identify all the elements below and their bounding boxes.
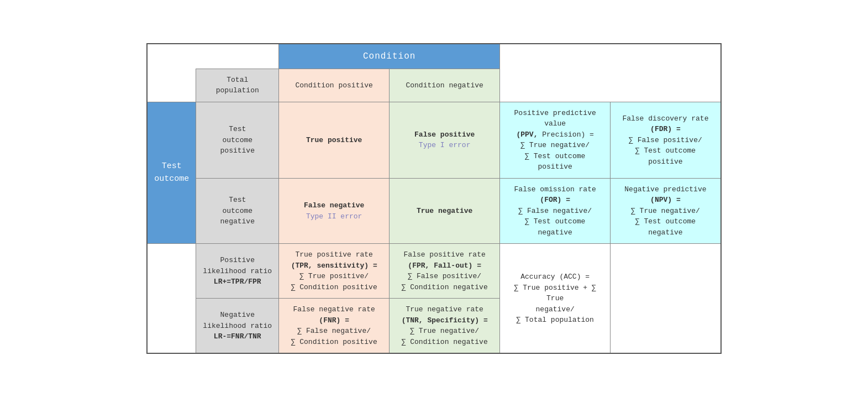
tpr-bold: (TPR, sensitivity) =	[291, 262, 377, 270]
plr-label: Positive likelihood ratio	[203, 256, 272, 275]
total-population-cell: Total population	[196, 69, 279, 102]
test-outcome-positive-cell: Test outcome positive	[196, 102, 279, 178]
tnr-formula: ∑ True negative/ ∑ Condition negative	[402, 327, 488, 346]
false-negative-cell: False negative Type II error	[279, 178, 390, 244]
ppv-bold: (PPV,	[516, 130, 538, 139]
confusion-matrix-table: Condition Total population Condition pos…	[146, 43, 721, 354]
test-outcome-side-header: Test outcome	[147, 102, 196, 244]
fnr-formula: ∑ False negative/ ∑ Condition positive	[291, 327, 377, 346]
fnr-label: False negative rate	[293, 305, 375, 314]
test-outcome-positive-label: Test outcome positive	[220, 125, 255, 155]
false-positive-cell: False positive Type I error	[390, 102, 500, 178]
fnr-bold: (FNR) =	[319, 316, 349, 325]
type-i-error-label: Type I error	[419, 141, 471, 149]
fdr-formula: ∑ False positive/ ∑ Test outcome positiv…	[629, 136, 702, 166]
false-positive-label: False positive	[414, 130, 475, 139]
for-bold: (FOR) =	[540, 196, 570, 204]
tpr-formula: ∑ True positive/ ∑ Condition positive	[291, 272, 377, 291]
npv-bold: (NPV) =	[650, 196, 681, 204]
condition-label: Condition	[363, 51, 415, 61]
tnr-bold: (TNR, Specificity) =	[402, 316, 488, 325]
tnr-label: True negative rate	[406, 305, 483, 314]
ppv-label: Positive predictive value	[514, 109, 596, 128]
for-cell: False omission rate (FOR) = ∑ False nega…	[500, 178, 611, 244]
plr-cell: Positive likelihood ratio LR+=TPR/FPR	[196, 244, 279, 299]
fnr-cell: False negative rate (FNR) = ∑ False nega…	[279, 299, 390, 354]
npv-label: Negative predictive	[624, 185, 706, 194]
condition-negative-label: Condition negative	[406, 81, 483, 90]
nlr-cell: Negative likelihood ratio LR-=FNR/TNR	[196, 299, 279, 354]
nlr-label: Negative likelihood ratio	[203, 311, 272, 330]
accuracy-cell: Accuracy (ACC) = ∑ True positive + ∑ Tru…	[500, 244, 611, 354]
ppv-precision: Precision) =	[542, 130, 594, 139]
for-label: False omission rate	[514, 185, 596, 194]
condition-positive-label: Condition positive	[295, 81, 372, 90]
tpr-label: True positive rate	[295, 250, 372, 259]
true-negative-label: True negative	[417, 207, 472, 215]
test-outcome-negative-cell: Test outcome negative	[196, 178, 279, 244]
for-formula: ∑ False negative/ ∑ Test outcome negativ…	[518, 207, 592, 237]
true-positive-cell: True positive	[279, 102, 390, 178]
accuracy-label: Accuracy (ACC) =	[520, 273, 590, 281]
false-negative-label: False negative	[304, 201, 364, 210]
true-negative-cell: True negative	[390, 178, 500, 244]
fpr-bold: (FPR, Fall-out) =	[408, 262, 481, 270]
nlr-formula: LR-=FNR/TNR	[214, 332, 261, 341]
true-positive-label: True positive	[306, 136, 362, 144]
test-outcome-negative-label: Test outcome negative	[220, 196, 255, 226]
accuracy-formula: ∑ True positive + ∑ True negative/ ∑ Tot…	[514, 284, 596, 325]
npv-cell: Negative predictive (NPV) = ∑ True negat…	[611, 178, 721, 244]
ppv-formula: ∑ True negative/ ∑ Test outcome positive	[520, 141, 590, 171]
fpr-label: False positive rate	[404, 250, 486, 259]
fdr-label: False discovery rate	[622, 114, 708, 123]
fdr-cell: False discovery rate (FDR) = ∑ False pos…	[611, 102, 721, 178]
plr-formula: LR+=TPR/FPR	[214, 278, 261, 286]
npv-formula: ∑ True negative/ ∑ Test outcome negative	[631, 207, 700, 237]
fpr-formula: ∑ False positive/ ∑ Condition negative	[402, 272, 488, 291]
total-population-label: Total population	[216, 76, 259, 95]
tnr-cell: True negative rate (TNR, Specificity) = …	[390, 299, 500, 354]
test-outcome-label: Test outcome	[154, 161, 189, 184]
fdr-bold: (FDR) =	[650, 125, 681, 133]
condition-positive-header: Condition positive	[279, 69, 390, 102]
condition-header: Condition	[279, 44, 500, 69]
condition-negative-header: Condition negative	[390, 69, 500, 102]
type-ii-error-label: Type II error	[306, 212, 362, 221]
ppv-cell: Positive predictive value (PPV, Precisio…	[500, 102, 611, 178]
tpr-cell: True positive rate (TPR, sensitivity) = …	[279, 244, 390, 299]
fpr-cell: False positive rate (FPR, Fall-out) = ∑ …	[390, 244, 500, 299]
